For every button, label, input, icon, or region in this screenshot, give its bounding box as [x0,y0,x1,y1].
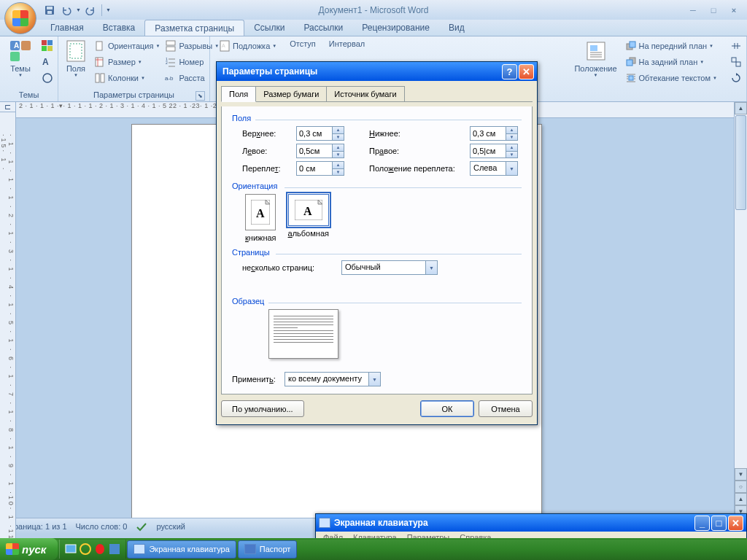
orientation-portrait[interactable]: A книжная [245,194,276,242]
qat-save[interactable] [42,3,57,18]
text-wrap-button[interactable]: Обтекание текстом ▼ [624,70,719,86]
svg-rect-9 [42,46,47,51]
gutter-label: Переплет: [242,164,292,173]
svg-rect-19 [166,41,175,45]
ql-app[interactable] [108,542,121,556]
svg-rect-33 [732,58,736,62]
status-words[interactable]: Число слов: 0 [76,522,128,531]
dlg-tab-margins[interactable]: Поля [221,86,256,102]
ql-ie[interactable] [79,542,92,556]
prev-page[interactable]: ▲ [735,493,747,505]
vertical-ruler: · 1 · 1 · 1 · 1 · 2 · 1 · 3 · 1 · 4 · 1 … [0,112,15,560]
tab-insert[interactable]: Вставка [93,20,145,36]
group-button[interactable] [729,54,743,70]
columns-button[interactable]: Колонки ▼ [93,70,161,86]
default-button[interactable]: По умолчанию... [221,400,304,417]
svg-rect-8 [47,40,53,45]
svg-text:A: A [222,43,225,48]
keyboard-icon [319,518,330,528]
apply-to-combo[interactable]: ко всему документу▼ [285,372,381,386]
dlg-tab-paper[interactable]: Размер бумаги [255,86,327,102]
ruler-corner: ⊏ [0,102,16,112]
ql-opera[interactable] [93,542,107,556]
size-button[interactable]: Размер ▼ [93,54,161,70]
svg-rect-20 [166,47,175,51]
cancel-button[interactable]: Отмена [479,400,533,417]
scroll-thumb[interactable] [735,115,746,210]
dialog-close-button[interactable]: ✕ [519,64,534,79]
group-page-setup: Параметры страницы⬊ [61,90,206,100]
margins-button[interactable]: Поля ▼ [61,38,90,79]
qat-redo[interactable] [83,3,98,18]
themes-button[interactable]: A Темы ▼ [3,38,38,79]
right-margin-input[interactable]: ▲▼ [470,144,518,158]
rotate-button[interactable] [729,70,743,86]
svg-rect-27 [590,45,597,51]
svg-rect-32 [629,76,633,80]
scroll-down[interactable]: ▼ [735,468,747,481]
gutter-pos-combo[interactable]: Слева▼ [470,161,518,176]
ok-button[interactable]: ОК [420,400,474,417]
qat-undo[interactable] [59,3,74,18]
taskbar-item-passport[interactable]: Паспорт [238,540,298,559]
tab-page-layout[interactable]: Разметка страницы [144,20,244,36]
group-themes: Темы [3,90,55,100]
bring-front-button[interactable]: На передний план ▼ [624,38,719,54]
align-button[interactable] [729,38,743,54]
tab-home[interactable]: Главная [41,20,93,36]
kbd-maximize[interactable]: □ [711,516,727,531]
preview-pane [268,309,338,359]
status-language[interactable]: русский [156,522,185,531]
svg-text:A: A [303,205,312,217]
svg-rect-4 [21,41,31,50]
start-button[interactable]: пуск [0,538,58,560]
themes-label: Темы [10,64,31,73]
gutter-pos-label: Положение переплета: [369,164,465,173]
maximize-button[interactable]: □ [705,4,722,16]
ql-show-desktop[interactable] [64,542,77,556]
watermark-button[interactable]: AПодложка ▼ [217,38,278,54]
office-button[interactable] [4,2,36,34]
browse-object[interactable]: ○ [735,481,747,493]
page-setup-launcher[interactable]: ⬊ [196,91,205,101]
vertical-scrollbar[interactable]: ▲ ▼ ○ ▲ ▼ [734,102,747,518]
taskbar-item-keyboard[interactable]: Экранная клавиатура [127,540,236,559]
multi-pages-label: несколько страниц: [242,263,337,272]
kbd-minimize[interactable]: _ [694,516,710,531]
bottom-margin-label: Нижнее: [369,129,465,138]
window-title: Документ1 - Microsoft Word [318,5,428,15]
position-button[interactable]: Положение ▼ [578,38,614,79]
pages-section-label: Страницы [232,248,522,257]
tab-review[interactable]: Рецензирование [352,20,439,36]
dialog-title: Параметры страницы [220,66,500,77]
multi-pages-combo[interactable]: Обычный▼ [341,260,438,275]
dlg-tab-source[interactable]: Источник бумаги [326,86,404,102]
tab-view[interactable]: Вид [439,20,474,36]
landscape-label: альбомная [288,229,329,238]
theme-fonts[interactable]: A [40,54,55,70]
theme-effects[interactable] [40,70,55,86]
svg-point-40 [80,544,90,554]
svg-rect-1 [47,7,53,9]
svg-rect-15 [96,42,102,50]
theme-colors[interactable] [40,38,55,54]
tab-references[interactable]: Ссылки [244,20,294,36]
bottom-margin-input[interactable]: ▲▼ [470,126,518,141]
scroll-up[interactable]: ▲ [735,102,747,114]
status-proof-icon[interactable] [136,521,147,532]
kbd-close[interactable]: ✕ [728,516,743,531]
orientation-landscape[interactable]: A альбомная [288,194,329,242]
spacing-header: Интервал [328,38,366,50]
svg-text:2: 2 [166,61,168,65]
gutter-input[interactable]: ▲▼ [296,161,344,176]
dialog-help-button[interactable]: ? [502,64,517,79]
margins-label: Поля [66,64,85,73]
minimize-button[interactable]: ─ [684,4,702,16]
orientation-button[interactable]: Ориентация ▼ [93,38,161,54]
kbd-title: Экранная клавиатура [334,518,693,528]
tab-mailings[interactable]: Рассылки [294,20,352,36]
top-margin-input[interactable]: ▲▼ [296,126,344,141]
send-back-button[interactable]: На задний план ▼ [624,54,719,70]
left-margin-input[interactable]: ▲▼ [296,144,344,158]
close-button[interactable]: × [725,4,743,16]
